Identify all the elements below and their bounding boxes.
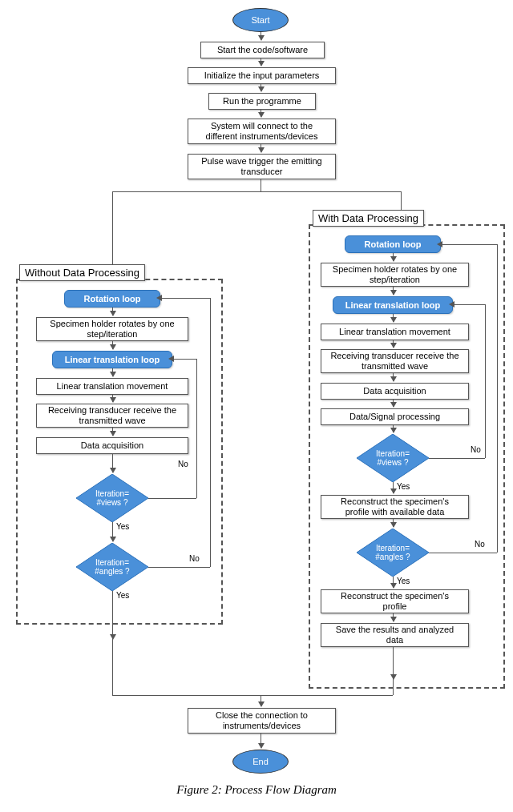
end-terminal: End [232, 750, 289, 774]
frame-right-title: With Data Processing [313, 210, 424, 227]
left-decision-views: Iteration= #views ? [76, 474, 148, 522]
right-d1-yes: Yes [397, 482, 410, 491]
right-recon-avail: Reconstruct the specimen's profile with … [321, 495, 469, 519]
end-label: End [252, 757, 269, 766]
step-run-programme: Run the programme [208, 93, 316, 110]
step-init-params: Initialize the input parameters [188, 67, 336, 84]
step-pulse-trigger: Pulse wave trigger the emitting transduc… [188, 154, 336, 179]
right-d1-no: No [471, 445, 481, 454]
start-label: Start [251, 15, 269, 25]
right-recon: Reconstruct the specimen's profile [321, 589, 469, 613]
left-d1-yes: Yes [116, 522, 129, 531]
start-terminal: Start [232, 8, 289, 32]
step-close-connection: Close the connection to instruments/devi… [188, 708, 336, 734]
left-d2-yes: Yes [116, 591, 129, 600]
right-linear-move: Linear translation movement [321, 324, 469, 340]
left-linear-loop: Linear translation loop [52, 351, 172, 368]
right-receive: Receiving transducer receive the transmi… [321, 349, 469, 373]
left-d1-no: No [178, 460, 188, 468]
right-linear-loop: Linear translation loop [333, 296, 453, 314]
right-d2-no: No [475, 540, 485, 549]
right-rotate-step: Specimen holder rotates by one step/iter… [321, 263, 469, 287]
right-decision-views: Iteration= #views ? [357, 434, 429, 482]
frame-left-title: Without Data Processing [19, 264, 145, 281]
left-decision-angles: Iteration= #angles ? [76, 543, 148, 591]
left-rotation-loop: Rotation loop [64, 290, 160, 308]
right-acq: Data acquisition [321, 383, 469, 400]
right-d2-yes: Yes [397, 577, 410, 585]
right-proc: Data/Signal processing [321, 408, 469, 425]
left-receive: Receiving transducer receive the transmi… [36, 404, 188, 428]
step-start-code: Start the code/software [200, 42, 325, 58]
step-connect-devices: System will connect to the different ins… [188, 119, 336, 144]
right-rotation-loop: Rotation loop [345, 235, 441, 253]
left-acq: Data acquisition [36, 437, 188, 454]
left-d2-no: No [189, 554, 200, 563]
figure-caption: Figure 2: Process Flow Diagram [0, 783, 513, 797]
left-linear-move: Linear translation movement [36, 378, 188, 395]
left-rotate-step: Specimen holder rotates by one step/iter… [36, 317, 188, 341]
right-decision-angles: Iteration= #angles ? [357, 529, 429, 577]
right-save: Save the results and analyzed data [321, 623, 469, 647]
